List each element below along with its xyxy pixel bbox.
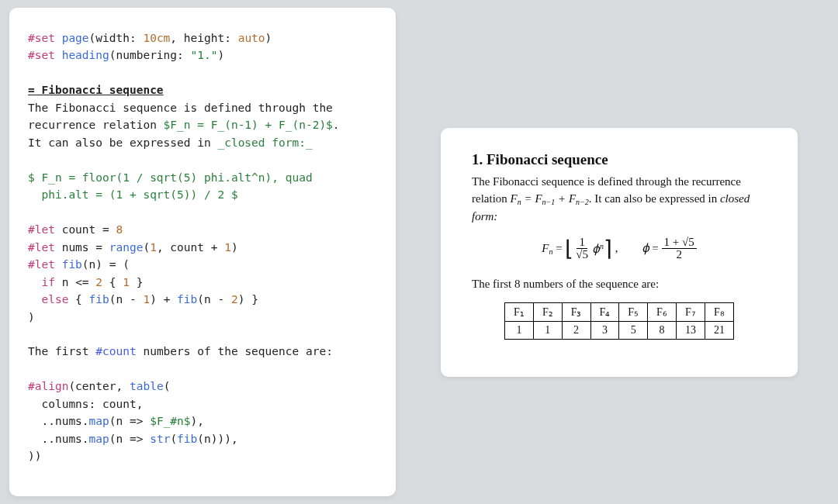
- rendered-paragraph-1: The Fibonacci sequence is defined throug…: [472, 173, 767, 226]
- table-cell: 21: [705, 321, 733, 339]
- rendered-output-wrap: 1. Fibonacci sequence The Fibonacci sequ…: [410, 8, 829, 496]
- keyword-set: #set: [28, 49, 55, 61]
- table-header: F₄: [590, 302, 619, 321]
- rendered-paragraph-2: The first 8 numbers of the sequence are:: [472, 275, 767, 293]
- floor-right-icon: ⌉: [604, 238, 612, 260]
- emphasis-markup: _closed form:_: [217, 136, 312, 149]
- table-cell: 3: [590, 321, 619, 339]
- code-block: #set page(width: 10cm, height: auto) #se…: [28, 29, 377, 465]
- fibonacci-table: F₁ F₂ F₃ F₄ F₅ F₆ F₇ F₈ 1 1 2 3 5 8 13: [504, 302, 734, 340]
- rendered-output-panel: 1. Fibonacci sequence The Fibonacci sequ…: [441, 128, 798, 377]
- table-header: F₁: [505, 302, 534, 321]
- table-header: F₈: [705, 302, 733, 321]
- table-cell: 1: [505, 321, 534, 339]
- fn-page: page: [62, 32, 89, 44]
- closed-form-formula: Fn = ⌊ 1 √5 ϕn ⌉ , ϕ =: [472, 236, 767, 262]
- fraction: 1 √5: [573, 236, 590, 262]
- table-header: F₅: [619, 302, 648, 321]
- prose-line: The Fibonacci sequence is defined throug…: [28, 102, 333, 114]
- block-math-line: phi.alt = (1 + sqrt(5)) / 2 $: [28, 188, 238, 201]
- fn-heading: heading: [62, 49, 109, 61]
- rendered-heading: 1. Fibonacci sequence: [472, 151, 767, 168]
- formula-phi-def: ϕ = 1 + √5 2: [642, 236, 697, 262]
- table-cell: 5: [619, 321, 648, 339]
- table-cell: 13: [676, 321, 705, 339]
- table-cell: 1: [533, 321, 562, 339]
- split-view: #set page(width: 10cm, height: auto) #se…: [0, 0, 838, 504]
- fraction: 1 + √5 2: [662, 236, 697, 262]
- keyword-let: #let: [28, 223, 55, 236]
- block-math-line: $ F_n = floor(1 / sqrt(5) phi.alt^n), qu…: [28, 171, 313, 184]
- source-code-panel: #set page(width: 10cm, height: auto) #se…: [9, 8, 396, 496]
- table-cell: 2: [562, 321, 590, 339]
- keyword-let: #let: [28, 258, 55, 271]
- table-cell: 8: [648, 321, 677, 339]
- inline-math: $F_n = F_(n-1) + F_(n-2)$: [164, 119, 333, 131]
- table-header: F₆: [648, 302, 677, 321]
- fn-call-align: #align: [28, 380, 68, 392]
- table-row: 1 1 2 3 5 8 13 21: [505, 321, 734, 339]
- table-header: F₂: [533, 302, 562, 321]
- floor-expr: ⌊ 1 √5 ϕn ⌉: [565, 236, 612, 262]
- var-ref-count: #count: [95, 345, 136, 357]
- keyword-set: #set: [28, 32, 55, 44]
- formula-lhs: Fn = ⌊ 1 √5 ϕn ⌉ ,: [542, 236, 618, 262]
- floor-left-icon: ⌊: [565, 238, 573, 260]
- table-row: F₁ F₂ F₃ F₄ F₅ F₆ F₇ F₈: [505, 302, 734, 321]
- table-header: F₃: [562, 302, 590, 321]
- table-header: F₇: [676, 302, 705, 321]
- markup-heading: = Fibonacci sequence: [28, 84, 164, 96]
- keyword-let: #let: [28, 241, 55, 254]
- recurrence-math: Fn = Fn−1 + Fn−2: [511, 192, 589, 205]
